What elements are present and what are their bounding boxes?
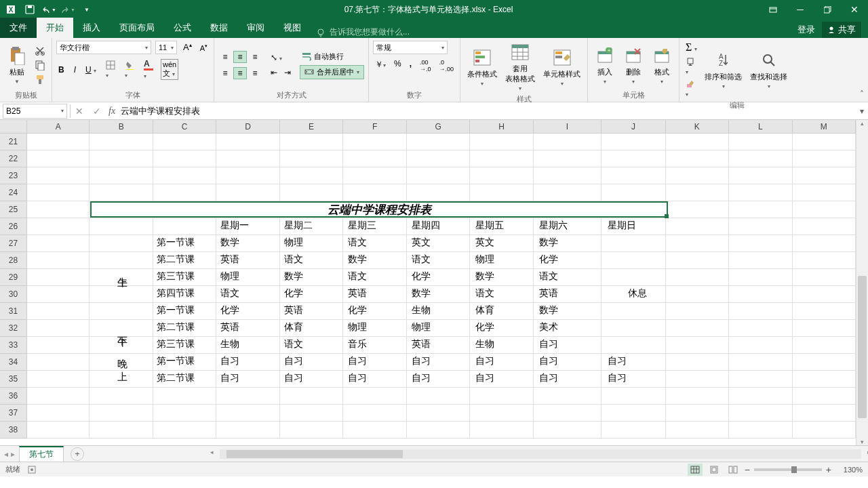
cell[interactable] xyxy=(666,422,729,439)
row-header[interactable]: 25 xyxy=(0,201,27,218)
cell[interactable] xyxy=(729,252,792,269)
increase-indent-icon[interactable]: ⇥ xyxy=(282,67,293,78)
cell[interactable] xyxy=(470,150,533,167)
time-group-label[interactable]: 晚上 xyxy=(90,354,154,388)
subject-cell[interactable]: 英语 xyxy=(348,287,367,300)
border-icon[interactable]: ▾ xyxy=(104,60,117,80)
cell[interactable] xyxy=(793,167,856,184)
subject-cell[interactable]: 语文 xyxy=(539,270,558,283)
font-size-select[interactable]: 11▾ xyxy=(155,41,177,54)
subject-cell[interactable]: 英语 xyxy=(412,338,431,350)
cell[interactable] xyxy=(601,388,665,405)
cell[interactable] xyxy=(27,286,90,303)
cell[interactable] xyxy=(90,184,153,201)
subject-cell[interactable]: 数学 xyxy=(539,304,558,317)
cell[interactable] xyxy=(407,388,470,405)
subject-cell[interactable]: 语文 xyxy=(284,338,303,350)
cell[interactable] xyxy=(729,235,792,252)
subject-cell[interactable]: 语文 xyxy=(348,237,367,249)
cell[interactable] xyxy=(601,269,665,286)
cell[interactable] xyxy=(343,134,406,150)
cell[interactable] xyxy=(729,371,792,388)
increase-font-icon[interactable]: A▴ xyxy=(181,41,194,53)
cell[interactable] xyxy=(729,201,792,218)
row-header[interactable]: 34 xyxy=(0,354,27,371)
cell[interactable] xyxy=(666,184,729,201)
cell[interactable] xyxy=(27,354,90,371)
underline-button[interactable]: U ▾ xyxy=(83,64,98,75)
view-normal-icon[interactable] xyxy=(688,464,703,476)
cell[interactable] xyxy=(666,354,729,371)
cell[interactable] xyxy=(534,184,601,201)
day-header[interactable]: 星期一 xyxy=(220,220,249,232)
tab-data[interactable]: 数据 xyxy=(201,18,237,38)
subject-cell[interactable]: 物理 xyxy=(284,237,303,249)
cell[interactable] xyxy=(470,167,533,184)
restore-icon[interactable] xyxy=(814,0,841,19)
cell[interactable] xyxy=(153,184,216,201)
cell[interactable] xyxy=(153,405,216,422)
cell[interactable] xyxy=(90,134,153,150)
cell[interactable] xyxy=(601,337,665,354)
cell[interactable] xyxy=(729,286,792,303)
cell[interactable] xyxy=(666,150,729,167)
wrap-text-button[interactable]: 自动换行 xyxy=(300,51,364,62)
subject-cell[interactable]: 数学 xyxy=(412,287,431,300)
col-header[interactable]: K xyxy=(666,120,729,134)
subject-cell[interactable]: 自习 xyxy=(284,372,303,384)
subject-cell[interactable]: 英语 xyxy=(284,304,303,317)
cell[interactable] xyxy=(27,235,90,252)
tab-insert[interactable]: 插入 xyxy=(73,18,110,38)
close-icon[interactable]: ✕ xyxy=(841,0,868,19)
cell[interactable] xyxy=(27,150,90,167)
cell[interactable] xyxy=(27,252,90,269)
subject-cell[interactable]: 美术 xyxy=(539,321,558,333)
font-color-icon[interactable]: A▾ xyxy=(142,58,155,81)
hscroll-thumb[interactable] xyxy=(226,450,403,458)
cell[interactable] xyxy=(280,167,343,184)
cell[interactable] xyxy=(27,303,90,320)
cell[interactable] xyxy=(729,134,792,150)
cell[interactable] xyxy=(793,269,856,286)
cell[interactable] xyxy=(729,405,792,422)
cell[interactable] xyxy=(666,371,729,388)
zoom-in-icon[interactable]: + xyxy=(826,464,831,475)
align-left-icon[interactable]: ≡ xyxy=(218,67,232,79)
percent-icon[interactable]: % xyxy=(392,58,403,73)
qat-customize-icon[interactable]: ▼ xyxy=(79,2,95,17)
cell[interactable] xyxy=(601,235,665,252)
cell[interactable] xyxy=(343,150,406,167)
tab-scroll-left-icon[interactable]: ◂ xyxy=(4,449,8,459)
subject-cell[interactable]: 自习 xyxy=(475,372,494,384)
subject-cell[interactable]: 英文 xyxy=(412,237,431,249)
align-right-icon[interactable]: ≡ xyxy=(248,67,262,79)
cell[interactable] xyxy=(216,184,279,201)
confirm-edit-icon[interactable]: ✓ xyxy=(88,104,106,119)
cell[interactable] xyxy=(793,201,856,218)
comma-icon[interactable]: , xyxy=(408,58,414,73)
cancel-edit-icon[interactable]: ✕ xyxy=(71,104,88,119)
bold-button[interactable]: B xyxy=(56,64,66,75)
cell[interactable] xyxy=(793,405,856,422)
period-label[interactable]: 第一节课 xyxy=(157,355,195,367)
view-page-break-icon[interactable] xyxy=(726,464,741,476)
cell[interactable] xyxy=(90,405,153,422)
subject-cell[interactable]: 数学 xyxy=(220,237,239,249)
period-label[interactable]: 第二节课 xyxy=(157,372,195,384)
cell[interactable] xyxy=(216,167,279,184)
subject-cell[interactable]: 语文 xyxy=(284,253,303,266)
cell[interactable] xyxy=(793,320,856,337)
subject-cell[interactable]: 化学 xyxy=(348,304,367,317)
find-select-button[interactable]: 查找和选择▾ xyxy=(747,49,790,91)
zoom-slider[interactable] xyxy=(754,468,822,471)
cell[interactable] xyxy=(407,422,470,439)
cell[interactable] xyxy=(534,405,601,422)
period-label[interactable]: 第一节课 xyxy=(157,304,195,317)
col-header[interactable]: A xyxy=(27,120,90,134)
tab-layout[interactable]: 页面布局 xyxy=(110,18,164,38)
cell[interactable] xyxy=(666,235,729,252)
cell[interactable] xyxy=(216,405,279,422)
tab-scroll-right-icon[interactable]: ▸ xyxy=(11,449,15,459)
day-header[interactable]: 星期三 xyxy=(348,220,376,232)
cell[interactable] xyxy=(601,320,665,337)
